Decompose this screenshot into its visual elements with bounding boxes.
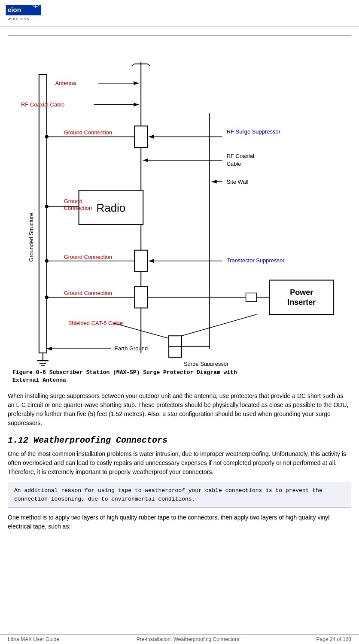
- svg-point-26: [45, 135, 49, 138]
- svg-point-39: [45, 205, 49, 208]
- svg-rect-40: [134, 250, 147, 272]
- section-heading-weatherproofing: 1.12 Weatherproofing Connectors: [8, 435, 351, 445]
- svg-text:WIRELESS: WIRELESS: [8, 17, 30, 21]
- svg-text:Site Wall: Site Wall: [227, 179, 249, 185]
- footer-center: Pre-installation: Weatherproofing Connec…: [137, 636, 239, 642]
- svg-line-16: [147, 64, 150, 66]
- svg-text:RF Surge Suppressor: RF Surge Suppressor: [227, 128, 281, 135]
- svg-text:Antenna: Antenna: [55, 80, 76, 86]
- note-box: An additional reason for using tape to w…: [8, 482, 351, 508]
- svg-point-42: [45, 259, 49, 263]
- footer-right: Page 24 of 120: [316, 636, 351, 642]
- body-text-1: When installing surge suppressors betwee…: [8, 392, 351, 428]
- figure-box: Grounded Structure Antenna RF Coaxial Ca…: [8, 35, 351, 387]
- svg-text:Ground Connection: Ground Connection: [64, 290, 112, 296]
- svg-rect-24: [134, 126, 147, 147]
- svg-rect-7: [39, 75, 47, 353]
- svg-text:Connection: Connection: [64, 205, 92, 211]
- body-text-2: One of the most common installation prob…: [8, 450, 351, 477]
- header: eion WIRELESS: [0, 0, 359, 27]
- body-text-3: One method is to apply two layers of hig…: [8, 513, 351, 531]
- svg-text:Power: Power: [290, 288, 313, 297]
- svg-rect-46: [134, 287, 147, 308]
- surge-protector-diagram: Grounded Structure Antenna RF Coaxial Ca…: [12, 40, 347, 366]
- svg-text:Earth Ground: Earth Ground: [114, 345, 148, 352]
- svg-text:Radio: Radio: [97, 202, 126, 214]
- svg-text:eion: eion: [8, 6, 21, 13]
- svg-text:Ground Connection: Ground Connection: [64, 129, 112, 136]
- footer-left: Libra MAX User Guide: [8, 636, 59, 642]
- svg-text:Grounded  Structure: Grounded Structure: [28, 213, 34, 262]
- svg-text:Inserter: Inserter: [287, 298, 316, 307]
- footer: Libra MAX User Guide Pre-installation: W…: [0, 634, 359, 644]
- svg-rect-51: [246, 293, 257, 301]
- svg-line-15: [131, 64, 134, 66]
- svg-text:RF Coaxial Cable: RF Coaxial Cable: [21, 101, 65, 108]
- svg-point-48: [45, 295, 49, 299]
- svg-line-61: [182, 314, 257, 336]
- svg-line-57: [113, 323, 175, 340]
- svg-rect-52: [269, 280, 334, 315]
- svg-text:Ground Connection: Ground Connection: [64, 254, 112, 260]
- main-content: Grounded Structure Antenna RF Coaxial Ca…: [0, 27, 359, 540]
- svg-text:RF Coaxial: RF Coaxial: [227, 153, 254, 159]
- svg-text:Surge Suppressor: Surge Suppressor: [184, 361, 229, 366]
- svg-text:Cable: Cable: [227, 161, 241, 167]
- svg-text:Transtector Suppressor: Transtector Suppressor: [227, 257, 285, 264]
- figure-caption: Figure 0-6 Subscriber Station (MAX-SP) S…: [12, 369, 347, 384]
- eion-logo: eion WIRELESS: [5, 3, 44, 23]
- svg-text:Ground: Ground: [64, 198, 82, 204]
